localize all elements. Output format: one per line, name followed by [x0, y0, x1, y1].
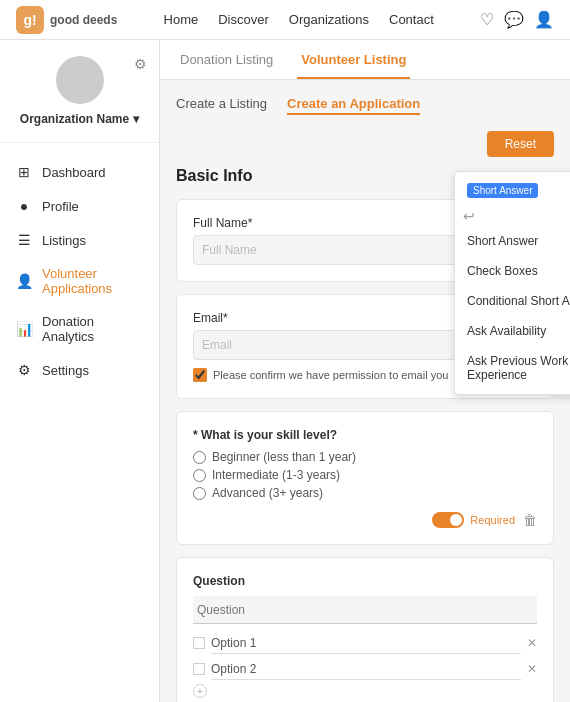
radio-intermediate-label: Intermediate (1-3 years) — [212, 468, 340, 482]
back-arrow-icon[interactable]: ↩ — [455, 206, 570, 226]
sidebar-item-settings[interactable]: ⚙ Settings — [0, 353, 159, 387]
analytics-icon: 📊 — [16, 321, 32, 337]
reset-button[interactable]: Reset — [487, 131, 554, 157]
nav-discover[interactable]: Discover — [218, 12, 269, 27]
add-field-dropdown: Short Answer ↩ Short Answer Check Boxes … — [454, 171, 570, 395]
dropdown-ask-availability[interactable]: Ask Availability — [455, 316, 570, 346]
listing-tabs: Donation Listing Volunteer Listing — [160, 40, 570, 80]
option-1-delete-icon[interactable]: ✕ — [527, 636, 537, 650]
add-option-button[interactable]: + — [193, 684, 207, 698]
skill-level-card: * What is your skill level? Beginner (le… — [176, 411, 554, 545]
top-navigation: g! good deeds Home Discover Organization… — [0, 0, 570, 40]
question-checkboxes-title: Question — [193, 574, 537, 588]
chat-icon[interactable]: 💬 — [504, 10, 524, 29]
sidebar-nav: ⊞ Dashboard ● Profile ☰ Listings 👤 Volun… — [0, 143, 159, 399]
listings-icon: ☰ — [16, 232, 32, 248]
sidebar-item-profile[interactable]: ● Profile — [0, 189, 159, 223]
dropdown-short-answer[interactable]: Short Answer — [455, 226, 570, 256]
content-area: Create a Listing Create an Application R… — [160, 80, 570, 702]
skill-delete-icon[interactable]: 🗑 — [523, 512, 537, 528]
option-1-input[interactable] — [211, 632, 521, 654]
sidebar-item-listings[interactable]: ☰ Listings — [0, 223, 159, 257]
option-2-row: ✕ — [193, 658, 537, 680]
gear-icon[interactable]: ⚙ — [134, 56, 147, 72]
radio-advanced: Advanced (3+ years) — [193, 486, 537, 500]
logo: g! good deeds — [16, 6, 117, 34]
logo-icon: g! — [16, 6, 44, 34]
main-content: Donation Listing Volunteer Listing Creat… — [160, 40, 570, 702]
skill-required-toggle: Required — [432, 512, 515, 528]
logo-text: good deeds — [50, 13, 117, 27]
sidebar-profile: ⚙ Organization Name ▾ — [0, 56, 159, 143]
sidebar-item-dashboard[interactable]: ⊞ Dashboard — [0, 155, 159, 189]
action-bar: Create a Listing Create an Application — [176, 96, 554, 115]
heart-icon[interactable]: ♡ — [480, 10, 494, 29]
volunteer-icon: 👤 — [16, 273, 32, 289]
nav-contact[interactable]: Contact — [389, 12, 434, 27]
nav-organizations[interactable]: Organizations — [289, 12, 369, 27]
skill-level-title: * What is your skill level? — [193, 428, 537, 442]
add-option-row: + — [193, 684, 537, 698]
skill-required-label: Required — [470, 514, 515, 526]
radio-beginner: Beginner (less than 1 year) — [193, 450, 537, 464]
create-application-link[interactable]: Create an Application — [287, 96, 420, 115]
option-1-row: ✕ — [193, 632, 537, 654]
dropdown-conditional-short-answer[interactable]: Conditional Short Answer — [455, 286, 570, 316]
tab-volunteer-listing[interactable]: Volunteer Listing — [297, 40, 410, 79]
question-checkboxes-input[interactable] — [193, 596, 537, 624]
skill-toggle-switch[interactable] — [432, 512, 464, 528]
profile-icon: ● — [16, 198, 32, 214]
settings-icon: ⚙ — [16, 362, 32, 378]
radio-advanced-label: Advanced (3+ years) — [212, 486, 323, 500]
skill-card-footer: Required 🗑 — [193, 512, 537, 528]
option-2-delete-icon[interactable]: ✕ — [527, 662, 537, 676]
question-checkboxes-card: Question ✕ ✕ + Req — [176, 557, 554, 702]
radio-advanced-input[interactable] — [193, 487, 206, 500]
action-bar-links: Create a Listing Create an Application — [176, 96, 420, 115]
radio-intermediate: Intermediate (1-3 years) — [193, 468, 537, 482]
user-icon[interactable]: 👤 — [534, 10, 554, 29]
dashboard-icon: ⊞ — [16, 164, 32, 180]
nav-icons: ♡ 💬 👤 — [480, 10, 554, 29]
radio-intermediate-input[interactable] — [193, 469, 206, 482]
short-answer-badge: Short Answer — [467, 183, 538, 198]
sidebar-item-donation-analytics[interactable]: 📊 Donation Analytics — [0, 305, 159, 353]
dropdown-check-boxes[interactable]: Check Boxes — [455, 256, 570, 286]
option-1-checkbox[interactable] — [193, 637, 205, 649]
email-permission-label: Please confirm we have permission to ema… — [213, 369, 448, 381]
sidebar-item-volunteer-applications[interactable]: 👤 Volunteer Applications — [0, 257, 159, 305]
chevron-down-icon: ▾ — [133, 112, 139, 126]
tab-donation-listing[interactable]: Donation Listing — [176, 40, 277, 79]
option-2-input[interactable] — [211, 658, 521, 680]
dropdown-ask-previous-work[interactable]: Ask Previous Work Experience — [455, 346, 570, 390]
radio-beginner-label: Beginner (less than 1 year) — [212, 450, 356, 464]
create-listing-link[interactable]: Create a Listing — [176, 96, 267, 115]
avatar — [56, 56, 104, 104]
nav-links: Home Discover Organizations Contact — [164, 12, 434, 27]
email-permission-checkbox[interactable] — [193, 368, 207, 382]
option-2-checkbox[interactable] — [193, 663, 205, 675]
nav-home[interactable]: Home — [164, 12, 199, 27]
radio-beginner-input[interactable] — [193, 451, 206, 464]
sidebar: ⚙ Organization Name ▾ ⊞ Dashboard ● Prof… — [0, 40, 160, 702]
org-name[interactable]: Organization Name ▾ — [20, 112, 139, 126]
